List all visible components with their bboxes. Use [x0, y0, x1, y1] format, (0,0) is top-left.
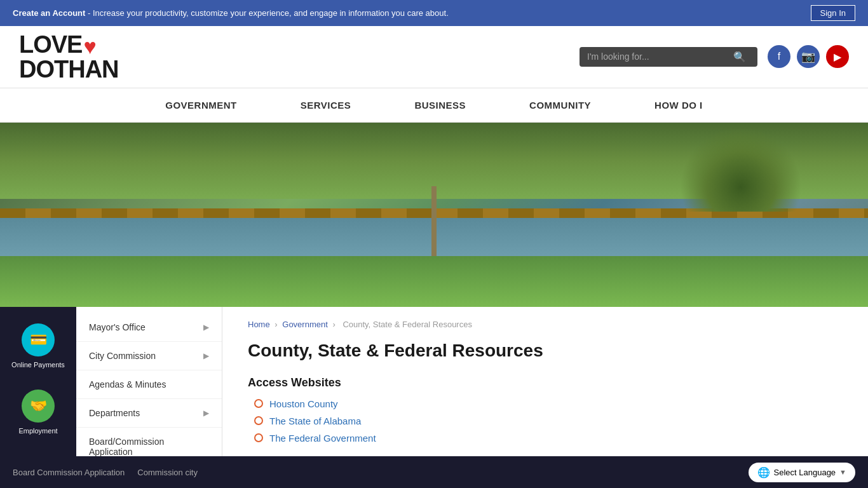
hero-image — [0, 123, 868, 307]
sub-nav-city-commission[interactable]: City Commission ▶ — [76, 342, 222, 370]
bottom-right: 🌐 Select Language ▼ — [749, 463, 855, 482]
breadcrumb-home[interactable]: Home — [248, 320, 270, 329]
content-panel: Home › Government › County, State & Fede… — [222, 307, 868, 473]
logo-heart-icon: ♥ — [83, 34, 95, 58]
main-content-area: Mayor's Office ▶ City Commission ▶ Agend… — [76, 307, 868, 473]
houston-county-link[interactable]: Houston County — [269, 398, 338, 409]
site-header: LOVE♥ DOTHAN 🔍 f 📷 ▶ — [0, 26, 868, 88]
sub-nav: Mayor's Office ▶ City Commission ▶ Agend… — [76, 307, 222, 473]
sub-nav-mayors-office-label: Mayor's Office — [89, 322, 146, 332]
create-account-link[interactable]: Create an Account — [13, 8, 85, 18]
breadcrumb-current: County, State & Federal Resources — [342, 320, 472, 329]
left-sidebar: 💳 Online Payments 🤝 Employment 📍 DU Powe… — [0, 307, 76, 473]
bottom-bar: Board Commission Application Commission … — [0, 456, 868, 488]
mayors-office-arrow-icon: ▶ — [203, 323, 209, 332]
sub-nav-city-commission-label: City Commission — [89, 351, 156, 361]
nav-community[interactable]: COMMUNITY — [523, 88, 597, 122]
online-payments-label: Online Payments — [11, 360, 65, 369]
list-item-houston-county: Houston County — [254, 398, 843, 409]
banner-text: Create an Account - Increase your produc… — [13, 8, 449, 18]
logo-love: LOVE — [19, 31, 82, 58]
sub-nav-agendas[interactable]: Agendas & Minutes — [76, 370, 222, 399]
search-bar: 🔍 — [580, 47, 757, 67]
logo-text: LOVE♥ DOTHAN — [19, 32, 119, 81]
state-alabama-link[interactable]: The State of Alabama — [269, 416, 361, 426]
sub-nav-agendas-label: Agendas & Minutes — [89, 379, 166, 390]
online-payments-icon: 💳 — [22, 323, 55, 356]
bottom-board-commission-link[interactable]: Board Commission Application — [13, 468, 125, 477]
hero-foreground-green — [0, 256, 868, 307]
federal-government-link[interactable]: The Federal Government — [269, 433, 376, 444]
search-input[interactable] — [587, 51, 733, 62]
nav-how-do-i[interactable]: HOW DO I — [648, 88, 709, 122]
header-right: 🔍 f 📷 ▶ — [580, 45, 849, 68]
sub-nav-mayors-office[interactable]: Mayor's Office ▶ — [76, 313, 222, 342]
bottom-commission-city-link[interactable]: Commission city — [137, 468, 198, 477]
breadcrumb-sep2: › — [332, 320, 337, 329]
globe-icon: 🌐 — [757, 466, 770, 478]
social-icons: f 📷 ▶ — [768, 45, 849, 68]
banner-description: - Increase your productivity, customize … — [85, 8, 448, 18]
city-commission-arrow-icon: ▶ — [203, 351, 209, 360]
youtube-icon[interactable]: ▶ — [826, 45, 849, 68]
employment-icon: 🤝 — [22, 390, 55, 423]
instagram-icon[interactable]: 📷 — [797, 45, 820, 68]
sub-nav-departments[interactable]: Departments ▶ — [76, 399, 222, 428]
hero-trees — [677, 129, 804, 212]
breadcrumb-sep1: › — [275, 320, 280, 329]
sidebar-item-online-payments[interactable]: 💳 Online Payments — [0, 313, 76, 379]
logo[interactable]: LOVE♥ DOTHAN — [19, 32, 119, 81]
departments-arrow-icon: ▶ — [203, 409, 209, 417]
nav-government[interactable]: GOVERNMENT — [159, 88, 243, 122]
top-banner: Create an Account - Increase your produc… — [0, 0, 868, 26]
facebook-icon[interactable]: f — [768, 45, 790, 68]
nav-business[interactable]: BUSINESS — [408, 88, 472, 122]
language-selector-label: Select Language — [774, 468, 836, 477]
chevron-down-icon: ▼ — [839, 468, 846, 476]
logo-dothan: DOTHAN — [19, 56, 119, 83]
list-item-state-alabama: The State of Alabama — [254, 416, 843, 426]
access-websites-list: Houston County The State of Alabama The … — [248, 398, 843, 444]
main-nav: GOVERNMENT SERVICES BUSINESS COMMUNITY H… — [0, 88, 868, 123]
page-body: 💳 Online Payments 🤝 Employment 📍 DU Powe… — [0, 307, 868, 473]
access-websites-title: Access Websites — [248, 376, 843, 390]
sign-in-button[interactable]: Sign In — [811, 5, 855, 21]
sub-nav-board-commission-label: Board/Commission Application — [89, 437, 209, 457]
sub-nav-departments-label: Departments — [89, 408, 140, 418]
language-selector[interactable]: 🌐 Select Language ▼ — [749, 463, 855, 482]
breadcrumb-government[interactable]: Government — [282, 320, 328, 329]
list-item-federal-government: The Federal Government — [254, 433, 843, 444]
sidebar-item-employment[interactable]: 🤝 Employment — [0, 379, 76, 445]
hero-background — [0, 123, 868, 307]
nav-services[interactable]: SERVICES — [294, 88, 358, 122]
breadcrumb: Home › Government › County, State & Fede… — [248, 320, 843, 329]
search-icon[interactable]: 🔍 — [733, 51, 746, 63]
page-title: County, State & Federal Resources — [248, 341, 843, 361]
bottom-bar-links: Board Commission Application Commission … — [13, 468, 198, 477]
employment-label: Employment — [18, 426, 57, 435]
